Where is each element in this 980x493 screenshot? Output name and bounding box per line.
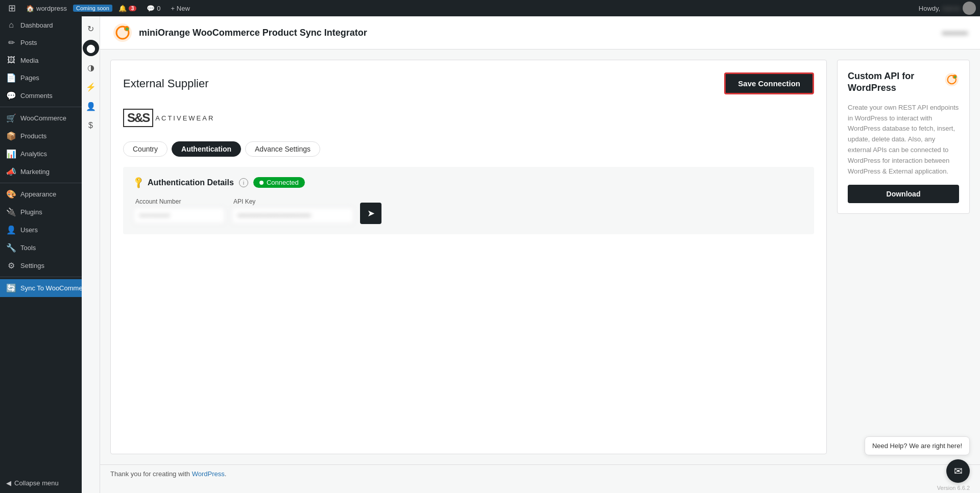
- wp-sidebar: ⌂ Dashboard ✏ Posts 🖼 Media 📄 Pages 💬 Co…: [0, 16, 82, 493]
- plugin-title: miniOrange WooCommerce Product Sync Inte…: [139, 28, 367, 38]
- appearance-icon: 🎨: [6, 189, 16, 199]
- howdy-text: Howdy, Admin: [919, 5, 961, 12]
- sidebar-item-posts[interactable]: ✏ Posts: [0, 34, 82, 52]
- main-card: External Supplier Save Connection S&S AC…: [110, 60, 827, 454]
- account-number-label: Account Number: [133, 198, 225, 205]
- analytics-icon: 📊: [6, 149, 16, 159]
- tab-advance-settings[interactable]: Advance Settings: [245, 141, 320, 157]
- admin-site-name[interactable]: 🏠 wordpress: [22, 0, 71, 16]
- comment-count: 0: [157, 5, 160, 12]
- wordpress-link[interactable]: WordPress: [192, 470, 225, 478]
- collapse-menu-btn[interactable]: ◀ Collapse menu: [0, 473, 82, 493]
- sidebar-item-users[interactable]: 👤 Users: [0, 221, 82, 239]
- sidebar-item-comments[interactable]: 💬 Comments: [0, 87, 82, 105]
- plugin-header: miniOrange WooCommerce Product Sync Inte…: [100, 16, 980, 50]
- sidebar-item-tools[interactable]: 🔧 Tools: [0, 239, 82, 257]
- download-button[interactable]: Download: [848, 185, 959, 203]
- widget-header: Custom API for WordPress: [848, 70, 959, 94]
- card-title: External Supplier: [123, 77, 209, 90]
- sync-icon: 🔄: [6, 283, 16, 293]
- page-footer: Thank you for creating with WordPress.: [100, 464, 980, 483]
- help-chat-button[interactable]: ✉: [946, 459, 970, 483]
- dashboard-icon: ⌂: [6, 20, 16, 30]
- plugin-dollar-icon[interactable]: $: [83, 117, 99, 134]
- auth-info-icon[interactable]: i: [239, 178, 248, 187]
- plugin-dashboard-icon[interactable]: ⬤: [83, 40, 99, 56]
- mo-logo-icon: [112, 22, 133, 43]
- marketing-icon: 📣: [6, 167, 16, 177]
- sidebar-item-sync[interactable]: 🔄 Sync To WooCommerce: [0, 279, 82, 297]
- api-key-input[interactable]: [231, 207, 354, 224]
- tab-authentication[interactable]: Authentication: [172, 141, 241, 157]
- tools-icon: 🔧: [6, 243, 16, 253]
- sidebar-item-dashboard[interactable]: ⌂ Dashboard: [0, 16, 82, 34]
- auth-form-fields: Account Number API Key ➤: [133, 198, 804, 224]
- media-icon: 🖼: [6, 56, 16, 65]
- notif-count: 3: [129, 6, 137, 11]
- comments-icon: 💬: [6, 91, 16, 101]
- widget-mo-logo-icon: [944, 70, 960, 89]
- key-icon: 🔑: [131, 176, 146, 190]
- posts-icon: ✏: [6, 38, 16, 47]
- sidebar-item-plugins[interactable]: 🔌 Plugins: [0, 203, 82, 221]
- admin-bar: ⊞ 🏠 wordpress Coming soon 🔔 3 💬 0 + New …: [0, 0, 980, 16]
- sidebar-item-marketing[interactable]: 📣 Marketing: [0, 163, 82, 181]
- connected-badge: Connected: [253, 177, 305, 188]
- woocommerce-icon: 🛒: [6, 113, 16, 123]
- sidebar-widget: Custom API for WordPress Create your own…: [837, 60, 970, 214]
- card-header: External Supplier Save Connection: [123, 72, 814, 94]
- plugin-sync-icon[interactable]: ↻: [83, 20, 99, 37]
- svg-point-7: [953, 76, 956, 79]
- widget-description: Create your own REST API endpoints in Wo…: [848, 103, 959, 177]
- sidebar-divider-1: [0, 107, 82, 107]
- save-connection-button[interactable]: Save Connection: [724, 72, 814, 94]
- pages-icon: 📄: [6, 73, 16, 83]
- api-key-field-group: API Key: [231, 198, 354, 224]
- sidebar-item-products[interactable]: 📦 Products: [0, 127, 82, 145]
- plugin-pie-icon[interactable]: ◑: [83, 59, 99, 76]
- sidebar-item-appearance[interactable]: 🎨 Appearance: [0, 185, 82, 203]
- plugin-user-icon[interactable]: 👤: [83, 98, 99, 114]
- collapse-icon: ◀: [6, 479, 11, 487]
- auth-section-title: 🔑 Authentication Details: [133, 178, 234, 187]
- wp-logo-icon[interactable]: ⊞: [4, 0, 20, 16]
- account-number-field-group: Account Number: [133, 198, 225, 224]
- plugins-icon: 🔌: [6, 207, 16, 217]
- chat-icon: ✉: [954, 465, 963, 477]
- sidebar-item-woocommerce[interactable]: 🛒 WooCommerce: [0, 109, 82, 127]
- help-chat-widget: Need Help? We are right here! ✉: [865, 436, 970, 483]
- new-item[interactable]: + New: [167, 0, 194, 16]
- page-area: External Supplier Save Connection S&S AC…: [100, 50, 980, 464]
- widget-title: Custom API for WordPress: [848, 70, 944, 94]
- connected-dot: [259, 181, 264, 185]
- sidebar-item-pages[interactable]: 📄 Pages: [0, 69, 82, 87]
- sidebar-item-media[interactable]: 🖼 Media: [0, 52, 82, 69]
- plugin-icon-sidebar: ↻ ⬤ ◑ ⚡ 👤 $: [82, 16, 100, 493]
- supplier-logo: S&S ACTIVEWEAR: [123, 105, 814, 131]
- plugin-activity-icon[interactable]: ⚡: [83, 79, 99, 95]
- coming-soon-badge: Coming soon: [73, 5, 112, 12]
- submit-credentials-button[interactable]: ➤: [360, 203, 381, 224]
- activewear-text: ACTIVEWEAR: [155, 114, 214, 122]
- version-text: Version 6.6.2: [100, 483, 980, 493]
- help-bubble: Need Help? We are right here!: [865, 436, 970, 455]
- ss-logo-text: S&S: [123, 109, 153, 127]
- sidebar-divider-3: [0, 277, 82, 277]
- tab-country[interactable]: Country: [123, 141, 168, 157]
- user-avatar[interactable]: [963, 2, 976, 15]
- sidebar-item-settings[interactable]: ⚙ Settings: [0, 257, 82, 275]
- sidebar-divider-2: [0, 183, 82, 183]
- api-key-label: API Key: [231, 198, 354, 205]
- settings-icon: ⚙: [6, 261, 16, 270]
- auth-section: 🔑 Authentication Details i Connected: [123, 167, 814, 234]
- notifications-item[interactable]: 🔔 3: [114, 0, 141, 16]
- tabs-container: Country Authentication Advance Settings: [123, 141, 814, 157]
- account-number-input[interactable]: [133, 207, 225, 224]
- main-content: miniOrange WooCommerce Product Sync Inte…: [100, 16, 980, 493]
- comments-item[interactable]: 💬 0: [142, 0, 164, 16]
- users-icon: 👤: [6, 225, 16, 235]
- sidebar-item-analytics[interactable]: 📊 Analytics: [0, 145, 82, 163]
- products-icon: 📦: [6, 131, 16, 141]
- svg-point-3: [126, 28, 129, 31]
- plugin-header-right: ■■■■■■■: [942, 28, 968, 37]
